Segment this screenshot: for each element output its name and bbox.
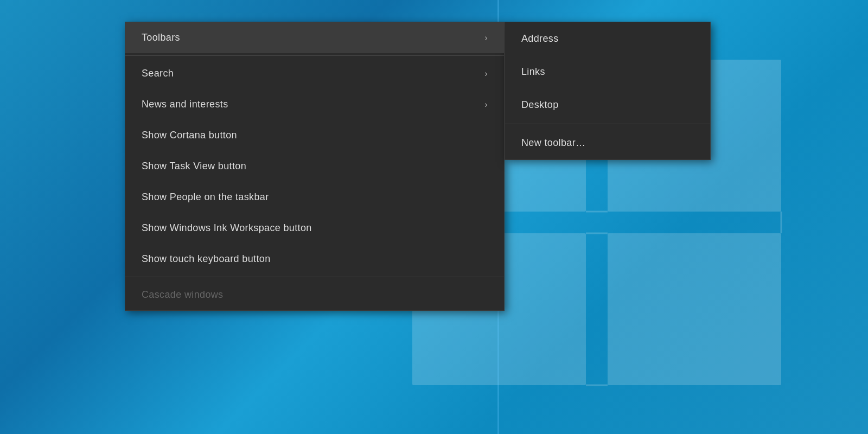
- submenu-divider: [505, 124, 710, 124]
- menu-item-touch-keyboard-label: Show touch keyboard button: [142, 253, 271, 265]
- menu-item-cascade: Cascade windows: [125, 279, 504, 310]
- submenu-item-address[interactable]: Address: [505, 22, 710, 55]
- menu-item-toolbars[interactable]: Toolbars ›: [125, 22, 504, 53]
- menu-item-ink-workspace[interactable]: Show Windows Ink Workspace button: [125, 213, 504, 244]
- context-menu-wrapper: Toolbars › Search › News and interests ›…: [125, 22, 711, 311]
- menu-item-news-interests-arrow: ›: [484, 100, 488, 110]
- menu-item-cortana-label: Show Cortana button: [142, 130, 237, 141]
- menu-item-news-interests-label: News and interests: [142, 99, 228, 110]
- submenu-item-links-label: Links: [521, 66, 545, 78]
- divider-before-cascade: [125, 277, 504, 277]
- menu-item-search-label: Search: [142, 68, 174, 79]
- menu-item-cascade-label: Cascade windows: [142, 289, 223, 301]
- divider-after-toolbars: [125, 55, 504, 56]
- submenu-item-desktop[interactable]: Desktop: [505, 88, 710, 122]
- menu-item-task-view-label: Show Task View button: [142, 161, 246, 172]
- menu-item-ink-workspace-label: Show Windows Ink Workspace button: [142, 222, 312, 234]
- submenu-item-links[interactable]: Links: [505, 55, 710, 88]
- submenu-item-desktop-label: Desktop: [521, 99, 559, 111]
- menu-item-cortana[interactable]: Show Cortana button: [125, 120, 504, 151]
- submenu-item-new-toolbar-label: New toolbar…: [521, 137, 585, 149]
- menu-item-search[interactable]: Search ›: [125, 58, 504, 89]
- menu-item-news-interests[interactable]: News and interests ›: [125, 89, 504, 120]
- menu-item-toolbars-arrow: ›: [484, 33, 488, 43]
- menu-item-task-view[interactable]: Show Task View button: [125, 151, 504, 182]
- menu-item-toolbars-label: Toolbars: [142, 32, 180, 43]
- context-menu: Toolbars › Search › News and interests ›…: [125, 22, 505, 311]
- submenu-item-new-toolbar[interactable]: New toolbar…: [505, 126, 710, 159]
- submenu-item-address-label: Address: [521, 33, 559, 44]
- menu-item-search-arrow: ›: [484, 69, 488, 79]
- menu-item-touch-keyboard[interactable]: Show touch keyboard button: [125, 244, 504, 275]
- menu-item-people[interactable]: Show People on the taskbar: [125, 182, 504, 213]
- submenu-toolbars: Address Links Desktop New toolbar…: [505, 22, 711, 160]
- menu-item-people-label: Show People on the taskbar: [142, 192, 269, 203]
